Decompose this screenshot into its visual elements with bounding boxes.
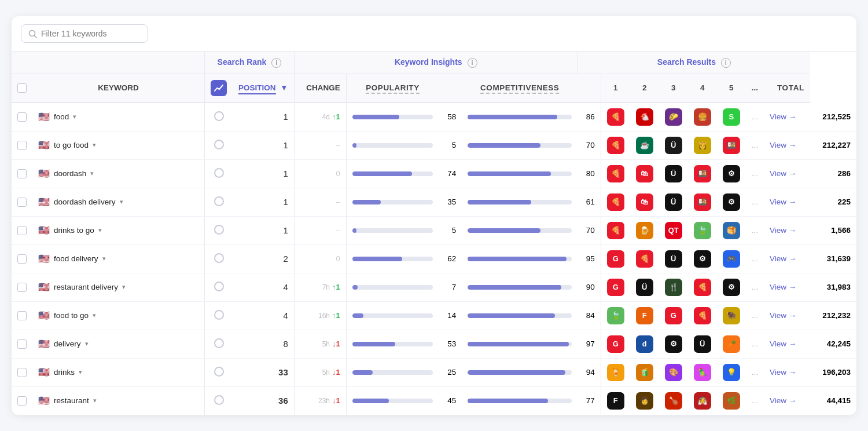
keyword-dropdown-icon[interactable]: ▾	[98, 227, 102, 234]
row-checkbox[interactable]	[12, 386, 32, 415]
row-radio-chart[interactable]	[205, 159, 233, 188]
app-icon-3: 🍴	[665, 279, 682, 296]
table-row: 🇺🇸 doordash ▾ 1 0 74	[12, 159, 856, 188]
row-radio-chart[interactable]	[205, 358, 233, 386]
radio-circle[interactable]	[214, 225, 224, 235]
view-link-cell[interactable]: View →	[764, 188, 810, 216]
change-value: 23h ↓1	[300, 396, 340, 405]
keyword-dropdown-icon[interactable]: ▾	[90, 170, 94, 177]
app-icon-3: 🎨	[665, 364, 682, 381]
view-link-cell[interactable]: View →	[764, 301, 810, 330]
keyword-dropdown-icon[interactable]: ▾	[93, 397, 97, 404]
keyword-dropdown-icon[interactable]: ▾	[73, 113, 76, 120]
popularity-bar-fill	[352, 171, 412, 176]
keyword-dropdown-icon[interactable]: ▾	[93, 312, 96, 319]
row-checkbox[interactable]	[12, 159, 32, 188]
view-link-cell[interactable]: View →	[764, 216, 810, 244]
competitiveness-bar-cell	[462, 188, 578, 216]
competitiveness-bar-cell	[462, 103, 578, 132]
app-icon-4: Ü	[694, 335, 711, 353]
row-checkbox[interactable]	[12, 273, 32, 301]
total-cell: 31,639	[810, 244, 856, 273]
popularity-bar-bg	[352, 313, 433, 318]
keyword-dropdown-icon[interactable]: ▾	[122, 283, 126, 291]
app-icon-2: ☕	[636, 137, 653, 154]
result-icon-1: G	[601, 330, 630, 358]
view-link[interactable]: View →	[770, 311, 796, 320]
view-link[interactable]: View →	[770, 339, 796, 348]
row-radio-chart[interactable]	[205, 273, 233, 301]
row-checkbox[interactable]	[12, 301, 32, 330]
filter-bar	[12, 16, 856, 52]
view-link[interactable]: View →	[770, 112, 796, 121]
view-link[interactable]: View →	[770, 141, 796, 149]
view-link-cell[interactable]: View →	[764, 273, 810, 301]
result-icon-4: 🍱	[688, 159, 717, 188]
keyword-dropdown-icon[interactable]: ▾	[120, 198, 123, 206]
row-checkbox[interactable]	[12, 330, 32, 358]
view-link-cell[interactable]: View →	[764, 330, 810, 358]
competitiveness-bar-fill	[468, 342, 569, 346]
app-icon-3: Ü	[665, 250, 682, 268]
view-link[interactable]: View →	[770, 226, 796, 235]
view-link-cell[interactable]: View →	[764, 131, 810, 159]
col-position-header[interactable]: POSITION ▼	[233, 74, 294, 103]
keyword-dropdown-icon[interactable]: ▾	[102, 255, 106, 262]
filter-input-wrap[interactable]	[21, 24, 148, 43]
radio-circle[interactable]	[214, 338, 224, 348]
row-radio-chart[interactable]	[205, 216, 233, 244]
radio-circle[interactable]	[214, 168, 224, 178]
row-radio-chart[interactable]	[205, 103, 233, 132]
keyword-text: to go food	[54, 141, 89, 149]
competitiveness-bar-fill	[468, 313, 555, 318]
radio-circle[interactable]	[214, 196, 224, 206]
search-rank-info-icon[interactable]: i	[271, 58, 281, 68]
row-radio-chart[interactable]	[205, 188, 233, 216]
col-select-all[interactable]	[12, 74, 32, 103]
view-link[interactable]: View →	[770, 396, 796, 405]
radio-circle[interactable]	[214, 395, 224, 405]
view-link[interactable]: View →	[770, 198, 796, 206]
view-link-cell[interactable]: View →	[764, 159, 810, 188]
popularity-bar-bg	[352, 171, 433, 176]
competitiveness-number: 84	[578, 301, 601, 330]
competitiveness-bar-bg	[468, 200, 572, 204]
radio-circle[interactable]	[214, 282, 224, 291]
view-link-cell[interactable]: View →	[764, 103, 810, 132]
keyword-insights-info-icon[interactable]: i	[468, 58, 477, 68]
row-radio-chart[interactable]	[205, 131, 233, 159]
view-link[interactable]: View →	[770, 283, 796, 291]
radio-circle[interactable]	[214, 140, 224, 149]
keyword-dropdown-icon[interactable]: ▾	[93, 141, 96, 149]
row-checkbox[interactable]	[12, 216, 32, 244]
change-value: –	[300, 141, 340, 149]
col-total-header: TOTAL	[764, 74, 810, 103]
view-link-cell[interactable]: View →	[764, 386, 810, 415]
row-radio-chart[interactable]	[205, 386, 233, 415]
view-link[interactable]: View →	[770, 169, 796, 178]
view-link-cell[interactable]: View →	[764, 244, 810, 273]
row-radio-chart[interactable]	[205, 244, 233, 273]
row-checkbox[interactable]	[12, 358, 32, 386]
app-icon-2: d	[636, 335, 653, 353]
row-checkbox[interactable]	[12, 131, 32, 159]
filter-input[interactable]	[41, 29, 141, 38]
search-results-info-icon[interactable]: i	[721, 58, 731, 68]
col-position-chart-icon[interactable]	[205, 74, 233, 103]
row-checkbox[interactable]	[12, 188, 32, 216]
row-checkbox[interactable]	[12, 103, 32, 132]
row-checkbox[interactable]	[12, 244, 32, 273]
radio-circle[interactable]	[214, 310, 224, 320]
view-link-cell[interactable]: View →	[764, 358, 810, 386]
result-icon-1: G	[601, 244, 630, 273]
keyword-dropdown-icon[interactable]: ▾	[85, 340, 89, 348]
view-link[interactable]: View →	[770, 254, 796, 263]
radio-circle[interactable]	[214, 111, 224, 121]
row-radio-chart[interactable]	[205, 301, 233, 330]
view-link[interactable]: View →	[770, 368, 796, 377]
keyword-dropdown-icon[interactable]: ▾	[79, 368, 82, 376]
position-number: 1	[283, 197, 288, 207]
radio-circle[interactable]	[214, 253, 224, 263]
radio-circle[interactable]	[214, 367, 224, 377]
row-radio-chart[interactable]	[205, 330, 233, 358]
